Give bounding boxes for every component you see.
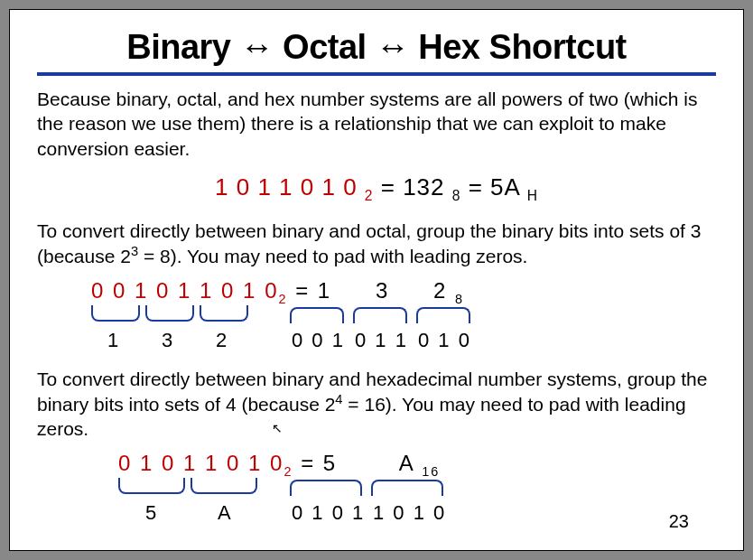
cursor-icon: ↖ [272,420,283,436]
main-equation: 1 0 1 1 0 1 0 2 = 132 8 = 5A H [37,173,716,204]
brace-icon [191,478,257,494]
brace-icon [290,307,344,323]
brace-icon [91,305,140,322]
octal-diagram: 0 0 1 0 1 1 0 1 02 = 1 3 2 8 1 3 2 0 0 1… [37,278,716,361]
hex-paragraph: To convert directly between binary and h… [37,367,716,442]
brace-icon [290,480,362,496]
base-h: H [527,188,538,203]
slide-title: Binary ↔ Octal ↔ Hex Shortcut [37,28,716,76]
brace-icon [145,305,194,322]
base-8: 8 [452,188,461,203]
brace-icon [118,478,185,494]
base-2: 2 [365,188,374,203]
slide: Binary ↔ Octal ↔ Hex Shortcut Because bi… [9,9,744,551]
octal-paragraph: To convert directly between binary and o… [37,219,716,269]
hex-binary: 0 1 0 1 1 0 1 0 [118,451,284,475]
brace-icon [416,307,470,323]
brace-icon [371,480,443,496]
octal-binary: 0 0 1 0 1 1 0 1 0 [91,278,278,303]
equals-octal: = 132 [381,173,452,201]
intro-paragraph: Because binary, octal, and hex number sy… [37,87,716,161]
page-number: 23 [669,511,689,532]
brace-icon [200,305,248,322]
binary-value: 1 0 1 1 0 1 0 [215,173,358,201]
hex-diagram: 0 1 0 1 1 0 1 02 = 5 A 16 5 A 0 1 0 1 1 … [37,451,716,528]
brace-icon [353,307,407,323]
equals-hex: = 5A [469,173,527,201]
